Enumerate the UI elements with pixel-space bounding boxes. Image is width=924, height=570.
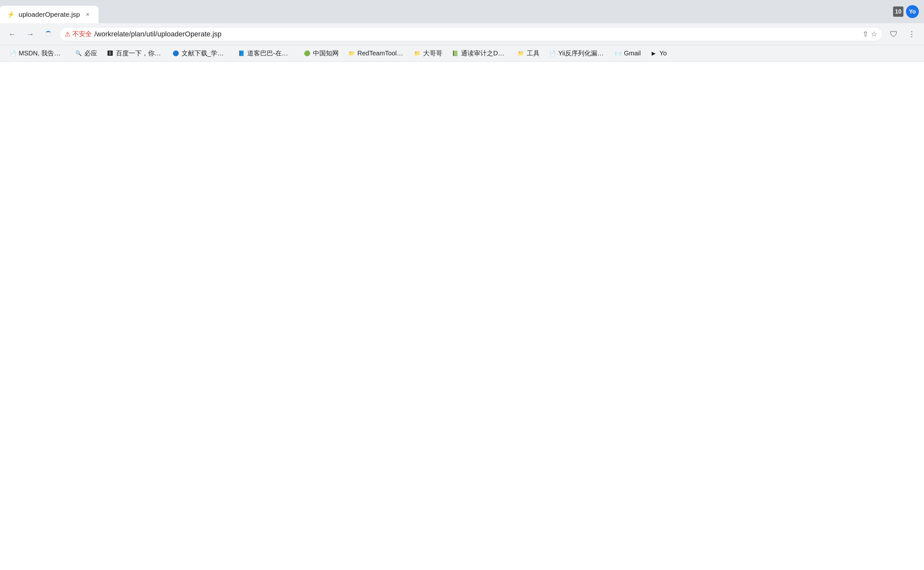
tab-title: uploaderOperate.jsp [19, 11, 80, 18]
bookmark-msdn-label: MSDN, 我告诉你 [19, 49, 66, 58]
url-text: /workrelate/plan/util/uploaderOperate.js… [94, 30, 860, 38]
browser-frame: ⚡ uploaderOperate.jsp × 10 Yo ← → ⚠ 不安全 … [0, 0, 924, 570]
bookmark-daokeba[interactable]: 📘 道客巴巴-在线文档… [234, 47, 298, 60]
bookmark-yo[interactable]: ▶ Yo [646, 48, 671, 59]
security-label: 不安全 [72, 30, 92, 38]
forward-button[interactable]: → [23, 27, 37, 41]
bookmark-redteam-favicon: 📁 [348, 50, 355, 57]
tab-area: ⚡ uploaderOperate.jsp × [0, 0, 888, 23]
back-button[interactable]: ← [5, 27, 19, 41]
profile-avatar[interactable]: Yo [906, 5, 919, 18]
bookmark-wenxian[interactable]: 🔵 文献下载_学术资源站 [168, 47, 233, 60]
bookmark-cnki-label: 中国知网 [313, 49, 339, 58]
bookmark-tools-label: 工具 [527, 49, 540, 58]
chrome-top-bar: ⚡ uploaderOperate.jsp × 10 Yo [0, 0, 924, 23]
bookmark-yii[interactable]: 📄 Yii反序列化漏洞分… [545, 47, 609, 60]
bookmark-baidu-favicon: 🅱 [106, 50, 114, 57]
tab-count-badge[interactable]: 10 [893, 6, 903, 17]
extensions-button[interactable]: 🛡 [887, 27, 901, 41]
main-content-area [0, 62, 924, 570]
bookmark-gmail-label: Gmail [624, 50, 641, 57]
security-indicator[interactable]: ⚠ 不安全 [65, 30, 92, 38]
tab-favicon: ⚡ [6, 10, 15, 19]
bookmarks-bar: 📄 MSDN, 我告诉你 🔍 必应 🅱 百度一下，你就知道 🔵 文献下载_学术资… [0, 45, 924, 62]
address-bar[interactable]: ⚠ 不安全 /workrelate/plan/util/uploaderOper… [59, 27, 883, 41]
bookmark-tongdu[interactable]: 📗 通读审计之DOYOC… [448, 47, 512, 60]
reload-stop-button[interactable] [41, 27, 55, 41]
bookmark-tongdu-label: 通读审计之DOYOC… [461, 49, 508, 58]
bookmark-msdn-favicon: 📄 [9, 50, 17, 57]
bookmark-baidu[interactable]: 🅱 百度一下，你就知道 [102, 47, 167, 60]
bookmark-yii-label: Yii反序列化漏洞分… [558, 49, 605, 58]
bookmark-gmail-favicon: ✉️ [614, 50, 622, 57]
bookmark-baidu-label: 百度一下，你就知道 [116, 49, 163, 58]
chrome-nav-bar: ← → ⚠ 不安全 /workrelate/plan/util/uploader… [0, 23, 924, 45]
bookmark-dagege-favicon: 📁 [413, 50, 421, 57]
bookmark-wenxian-favicon: 🔵 [172, 50, 180, 57]
bookmark-cnki-favicon: 🟢 [303, 50, 311, 57]
bookmark-daokeba-label: 道客巴巴-在线文档… [247, 49, 294, 58]
bookmark-bing[interactable]: 🔍 必应 [71, 47, 101, 60]
bookmark-yo-favicon: ▶ [650, 50, 658, 57]
active-tab[interactable]: ⚡ uploaderOperate.jsp × [0, 6, 98, 23]
bookmark-redteam[interactable]: 📁 RedTeamTools/win… [344, 48, 408, 59]
bookmark-bing-favicon: 🔍 [75, 50, 83, 57]
bookmark-icon[interactable]: ☆ [871, 30, 877, 38]
bookmark-redteam-label: RedTeamTools/win… [357, 50, 404, 57]
bookmark-wenxian-label: 文献下载_学术资源站 [182, 49, 229, 58]
bookmark-dagege[interactable]: 📁 大哥哥 [410, 47, 446, 60]
bookmark-tongdu-favicon: 📗 [451, 50, 459, 57]
bookmark-bing-label: 必应 [84, 49, 97, 58]
bookmark-gmail[interactable]: ✉️ Gmail [610, 48, 644, 59]
bookmark-tools-favicon: 📁 [517, 50, 525, 57]
share-icon[interactable]: ⇧ [863, 30, 868, 38]
bookmark-dagege-label: 大哥哥 [423, 49, 442, 58]
bookmark-msdn[interactable]: 📄 MSDN, 我告诉你 [5, 47, 70, 60]
tab-close-button[interactable]: × [83, 10, 92, 19]
address-bar-icons: ⇧ ☆ [863, 30, 877, 38]
more-menu-button[interactable]: ⋮ [905, 27, 919, 41]
bookmark-daokeba-favicon: 📘 [238, 50, 245, 57]
bookmark-cnki[interactable]: 🟢 中国知网 [300, 47, 343, 60]
loading-spinner [45, 31, 52, 37]
bookmark-tools[interactable]: 📁 工具 [513, 47, 543, 60]
warning-icon: ⚠ [65, 30, 70, 38]
chrome-controls: 10 Yo [888, 0, 924, 23]
bookmark-yo-label: Yo [659, 50, 667, 57]
bookmark-yii-favicon: 📄 [549, 50, 556, 57]
